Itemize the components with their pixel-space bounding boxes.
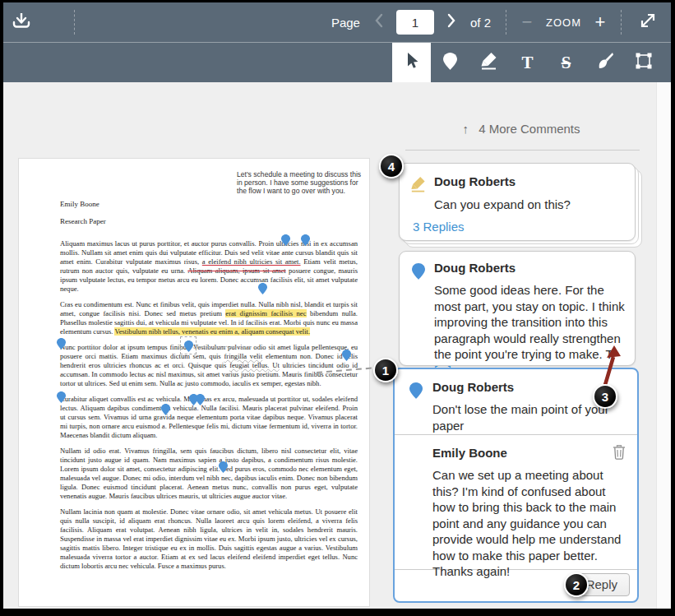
reply-footer: Reply [395,570,637,600]
annotated-text[interactable]: Vestibulum pulvinar [193,343,252,351]
document-text: Nunc porttitor dolor at ipsum tempus fin… [60,343,193,351]
top-toolbar: Page of 2 − ZOOM + [3,2,671,42]
fullscreen-button[interactable] [630,2,666,42]
zoom-out-button[interactable]: − [515,13,539,31]
annotated-text[interactable]: feugiat tellus. Ut [229,361,280,369]
area-select-icon [635,52,653,73]
annotated-text[interactable]: Vestibulum nibh tellus, venenatis eu eni… [114,327,310,336]
point-annotation-pin[interactable] [301,234,310,246]
scrollbar-gutter[interactable] [656,82,671,609]
point-annotation-pin[interactable] [258,283,267,294]
more-comments-label: 4 More Comments [479,122,580,136]
pin-icon [443,53,457,73]
callout-badge-1: 1 [373,358,398,382]
point-annotation-pin[interactable] [184,340,193,352]
reply-author: Emily Boone [432,446,507,460]
replies-link[interactable]: 3 Replies [413,220,465,234]
document-text: Nullam id odio erat. Vivamus fringilla, … [60,447,358,500]
text-tool-glyph: T [521,53,533,73]
free-text-annotation[interactable]: Let's schedule a meeting to discuss this… [237,170,363,195]
annotation-toolbar: T S [3,42,671,82]
zoom-label: ZOOM [546,16,581,29]
annotated-text[interactable]: a eleifend nibh ultricies sit amet. [202,257,301,266]
toolbar-divider [506,10,506,35]
callout-badge-2: 2 [564,572,589,597]
chevron-left-icon [374,13,384,31]
delete-reply-button[interactable] [613,445,626,463]
comment-author: Doug Roberts [434,174,515,188]
document-author-line: Emily Boone [60,200,99,208]
tool-select[interactable] [392,43,431,83]
document-paragraph: Curabitur aliquet convallis est ac vehic… [60,395,358,440]
callout-badge-3: 3 [593,384,617,409]
tool-point-annotation[interactable] [431,43,469,83]
point-annotation-pin[interactable] [161,404,170,415]
annotated-text[interactable]: Aliquam aliquam, ipsum sit amet [187,266,285,275]
highlighter-annotation-icon [410,176,426,196]
previous-page-button[interactable] [367,2,391,42]
comment-connector-line [317,365,379,375]
document-page: Let's schedule a meeting to discuss this… [18,158,370,607]
more-comments-indicator[interactable]: ↑ 4 More Comments [402,122,640,136]
document-title-line: Research Paper [60,217,106,225]
download-icon [12,12,31,33]
toolbar-divider [621,10,622,35]
expand-icon [639,12,657,33]
point-annotation-pin[interactable] [196,394,205,405]
up-arrow-icon: ↑ [462,122,469,136]
document-text: Nullam lacinia non quam at molestie. Don… [60,507,358,570]
document-paragraph: Cras eu condimentum est. Nunc et finibus… [60,300,358,336]
strikeout-tool-glyph: S [562,53,571,73]
document-text: Curabitur aliquet convallis est ac vehic… [60,395,358,439]
reply-section: Emily Boone Can we set up a meeting abou… [395,435,637,570]
comment-author: Doug Roberts [432,380,514,394]
trash-icon [613,448,626,462]
document-paragraph: Nunc porttitor dolor at ipsum tempus fin… [60,343,358,388]
tool-highlight[interactable] [469,43,508,83]
document-paragraph: Nullam lacinia non quam at molestie. Don… [60,507,358,571]
comments-divider [405,150,640,151]
callout-badge-4: 4 [379,154,404,178]
comment-body-text: Some good ideas here. For the most part,… [434,283,625,361]
point-annotation-pin[interactable] [57,391,66,403]
tool-area-select[interactable] [624,43,663,83]
page-total-label: of 2 [470,16,491,30]
annotated-text[interactable]: erat dignissim facilisis nec [225,309,306,317]
main-area: Let's schedule a meeting to discuss this… [3,82,671,609]
zoom-in-button[interactable]: + [588,13,613,31]
document-paragraph: Aliquam maximus lacus ut purus porttitor… [60,239,358,294]
page-label: Page [331,16,360,30]
reply-body: Can we set up a meeting about this? I'm … [432,467,631,580]
point-annotation-pin[interactable] [342,350,351,361]
tool-strikeout[interactable]: S [547,43,585,83]
pin-annotation-icon [409,382,423,402]
comment-card-highlight[interactable]: Doug Roberts Can you expand on this? 3 R… [399,163,636,241]
brush-icon [596,52,614,73]
page-number-input[interactable] [396,10,434,35]
document-paragraph: Nullam id odio erat. Vivamus fringilla, … [60,447,358,501]
cursor-icon [405,52,419,73]
chevron-right-icon [446,13,456,31]
tool-draw[interactable] [585,43,624,83]
toolbar-divider [74,10,75,35]
highlighter-icon [480,52,497,73]
comment-author: Doug Roberts [434,261,515,275]
point-annotation-pin[interactable] [57,338,66,350]
next-page-button[interactable] [439,2,464,42]
docviewer-screen: Page of 2 − ZOOM + [0,0,675,616]
comment-body: Can you expand on this? [434,197,627,213]
comment-card-stack: Doug Roberts Can you expand on this? 3 R… [399,163,636,241]
document-body: Aliquam maximus lacus ut purus porttitor… [60,239,358,577]
callout-arrow [597,345,623,387]
point-annotation-pin[interactable] [219,461,228,473]
point-annotation-pin[interactable] [281,234,290,246]
pin-annotation-icon [412,263,425,283]
download-button[interactable] [3,2,39,42]
tool-free-text[interactable]: T [508,43,547,83]
annotated-text[interactable]: fringilla velit [224,352,262,360]
